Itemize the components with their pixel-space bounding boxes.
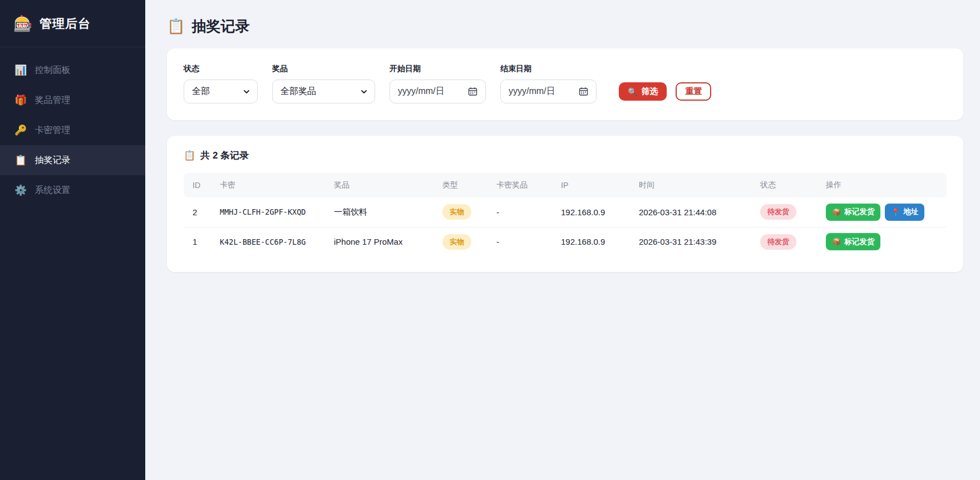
page-header: 📋 抽奖记录 — [167, 17, 963, 36]
sidebar-item-label: 控制面板 — [35, 65, 70, 76]
mark-shipped-label: 标记发货 — [844, 207, 874, 217]
key-icon: 🔑 — [14, 124, 27, 136]
end-date-input[interactable]: yyyy/mm/日 — [500, 80, 597, 103]
reset-button-label: 重置 — [685, 86, 702, 97]
mark-shipped-button[interactable]: 📦 标记发货 — [826, 233, 880, 250]
col-header-card-prize: 卡密奖品 — [491, 173, 555, 197]
start-date-placeholder: yyyy/mm/日 — [398, 86, 445, 97]
address-button[interactable]: 📍 地址 — [885, 204, 924, 221]
sidebar: 🎰 管理后台 📊 控制面板 🎁 奖品管理 🔑 卡密管理 📋 抽奖记录 ⚙️ 系统… — [0, 0, 145, 480]
table-row: 1 K42L-BBEE-CC6P-7L8G iPhone 17 ProMax 实… — [184, 227, 947, 256]
mark-shipped-button[interactable]: 📦 标记发货 — [826, 204, 880, 221]
sidebar-item-label: 奖品管理 — [35, 95, 70, 106]
sidebar-item-prizes[interactable]: 🎁 奖品管理 — [0, 85, 145, 115]
sidebar-item-lottery-records[interactable]: 📋 抽奖记录 — [0, 145, 145, 175]
cell-card-key: K42L-BBEE-CC6P-7L8G — [214, 227, 328, 256]
col-header-time: 时间 — [633, 173, 755, 197]
search-icon: 🔍 — [628, 87, 637, 96]
end-date-placeholder: yyyy/mm/日 — [509, 86, 555, 97]
page-title: 抽奖记录 — [191, 17, 249, 36]
sidebar-menu: 📊 控制面板 🎁 奖品管理 🔑 卡密管理 📋 抽奖记录 ⚙️ 系统设置 — [0, 47, 145, 205]
cell-card-prize: - — [491, 227, 555, 256]
cell-prize: 一箱饮料 — [328, 197, 437, 227]
clipboard-icon: 📋 — [184, 150, 195, 161]
sidebar-item-settings[interactable]: ⚙️ 系统设置 — [0, 175, 145, 205]
col-header-card-key: 卡密 — [214, 173, 328, 197]
package-icon: 📦 — [832, 237, 841, 246]
status-filter-label: 状态 — [184, 64, 258, 74]
status-badge: 待发货 — [760, 234, 796, 250]
cell-card-key: MMHJ-CLFH-2GPF-KXQD — [214, 197, 328, 227]
records-panel: 📋 共 2 条记录 ID 卡密 奖品 类型 卡密奖品 IP 时间 状态 操作 — [167, 136, 963, 272]
records-count-text: 共 2 条记录 — [200, 149, 249, 162]
col-header-id: ID — [184, 173, 214, 197]
address-label: 地址 — [903, 207, 918, 217]
records-summary: 📋 共 2 条记录 — [184, 149, 947, 162]
type-badge: 实物 — [442, 204, 471, 220]
status-select[interactable]: 全部 — [184, 80, 258, 103]
cell-ip: 192.168.0.9 — [555, 227, 633, 256]
sidebar-item-label: 系统设置 — [35, 185, 70, 196]
cell-time: 2026-03-31 21:43:39 — [633, 227, 755, 256]
package-icon: 📦 — [832, 208, 841, 216]
main-content: 📋 抽奖记录 状态 全部 奖品 全部奖品 开始日期 — [145, 0, 980, 480]
status-badge: 待发货 — [760, 204, 796, 220]
prize-select[interactable]: 全部奖品 — [272, 80, 375, 103]
status-select-value: 全部 — [192, 86, 210, 97]
table-row: 2 MMHJ-CLFH-2GPF-KXQD 一箱饮料 实物 - 192.168.… — [184, 197, 947, 227]
pin-icon: 📍 — [891, 208, 900, 216]
col-header-ip: IP — [555, 173, 633, 197]
sidebar-item-dashboard[interactable]: 📊 控制面板 — [0, 55, 145, 85]
chevron-down-icon — [244, 89, 249, 95]
prize-filter-label: 奖品 — [272, 64, 375, 74]
app-title: 管理后台 — [40, 16, 91, 32]
reset-button[interactable]: 重置 — [676, 82, 711, 101]
cell-id: 1 — [184, 227, 214, 256]
end-date-label: 结束日期 — [500, 64, 597, 74]
clipboard-icon: 📋 — [167, 18, 185, 35]
col-header-status: 状态 — [755, 173, 820, 197]
chevron-down-icon — [361, 89, 367, 95]
sidebar-item-label: 抽奖记录 — [35, 155, 70, 166]
calendar-icon[interactable] — [468, 87, 477, 96]
records-table: ID 卡密 奖品 类型 卡密奖品 IP 时间 状态 操作 2 MMHJ-CLFH… — [184, 173, 947, 256]
sidebar-item-label: 卡密管理 — [35, 125, 70, 136]
prize-select-value: 全部奖品 — [280, 86, 316, 97]
filter-panel: 状态 全部 奖品 全部奖品 开始日期 yyyy/mm/日 — [167, 48, 963, 120]
filter-button-label: 筛选 — [641, 86, 658, 97]
sidebar-item-card-keys[interactable]: 🔑 卡密管理 — [0, 115, 145, 145]
cell-ip: 192.168.0.9 — [555, 197, 633, 227]
table-header-row: ID 卡密 奖品 类型 卡密奖品 IP 时间 状态 操作 — [184, 173, 947, 197]
cell-time: 2026-03-31 21:44:08 — [633, 197, 755, 227]
bar-chart-icon: 📊 — [14, 64, 27, 76]
type-badge: 实物 — [442, 234, 471, 250]
gift-icon: 🎁 — [14, 94, 27, 106]
cell-card-prize: - — [491, 197, 555, 227]
col-header-actions: 操作 — [820, 173, 947, 197]
col-header-prize: 奖品 — [328, 173, 437, 197]
mark-shipped-label: 标记发货 — [844, 237, 874, 247]
col-header-type: 类型 — [437, 173, 491, 197]
start-date-input[interactable]: yyyy/mm/日 — [390, 80, 486, 103]
cell-prize: iPhone 17 ProMax — [328, 227, 437, 256]
gear-icon: ⚙️ — [14, 184, 27, 196]
clipboard-icon: 📋 — [14, 154, 27, 166]
app-logo: 🎰 管理后台 — [0, 0, 145, 47]
start-date-label: 开始日期 — [390, 64, 486, 74]
filter-button[interactable]: 🔍 筛选 — [619, 82, 667, 101]
cell-id: 2 — [184, 197, 214, 227]
calendar-icon[interactable] — [579, 87, 588, 96]
slot-machine-icon: 🎰 — [13, 16, 33, 32]
